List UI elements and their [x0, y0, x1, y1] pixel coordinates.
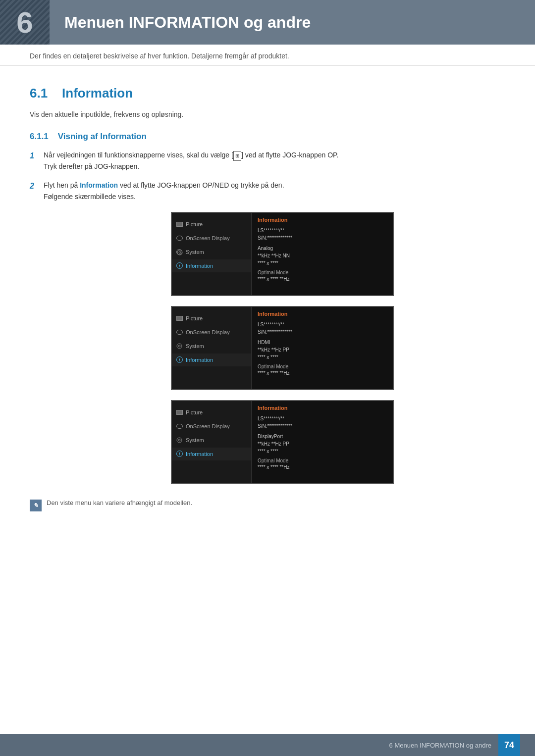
svg-point-3 [178, 345, 180, 347]
section-6-1: 6.1 Information Vis den aktuelle inputki… [30, 86, 505, 511]
svg-point-0 [177, 250, 182, 255]
svg-point-5 [178, 439, 180, 441]
screenshots-area: Picture OnScreen Display [59, 212, 505, 484]
osd-content-title-2: Information [258, 311, 387, 317]
osd-source-section-2: HDMI **kHz **Hz PP **** x **** [258, 339, 387, 361]
osd-item-picture-3[interactable]: Picture [172, 406, 251, 419]
step-1-text: Når vejledningen til funktionsknapperne … [44, 150, 505, 172]
note-box: ✎ Den viste menu kan variere afhængigt a… [30, 499, 505, 511]
note-icon: ✎ [30, 500, 42, 511]
page-header: 6 Menuen INFORMATION og andre [0, 0, 535, 45]
chapter-number-box: 6 [0, 0, 50, 45]
osd-content-3: Information LS********/** S/N:**********… [251, 401, 393, 483]
main-content: 6.1 Information Vis den aktuelle inputki… [0, 66, 535, 541]
picture-icon-1 [176, 221, 183, 228]
osd-item-system-3[interactable]: System [172, 434, 251, 447]
onscreen-icon-2 [176, 329, 183, 336]
subsection-6-1-1-title: 6.1.1 Visning af Information [30, 132, 505, 142]
osd-item-onscreen-1[interactable]: OnScreen Display [172, 232, 251, 245]
osd-item-onscreen-2[interactable]: OnScreen Display [172, 326, 251, 339]
osd-ls-section-2: LS********/** S/N:************* [258, 321, 387, 336]
page-number: 74 [498, 734, 520, 756]
step-2: 2 Flyt hen på Information ved at flytte … [30, 180, 505, 202]
section-6-1-label: Information [62, 86, 133, 101]
svg-point-4 [177, 438, 182, 443]
step-1: 1 Når vejledningen til funktionsknappern… [30, 150, 505, 172]
info-icon-3: i [176, 451, 183, 457]
picture-icon-2 [176, 315, 183, 322]
osd-content-2: Information LS********/** S/N:**********… [251, 307, 393, 389]
osd-screen-3: Picture OnScreen Display [171, 400, 394, 484]
osd-ls-section-1: LS********/** S/N:************* [258, 227, 387, 242]
osd-source-section-3: DisplayPort **kHz **Hz PP **** x **** [258, 433, 387, 455]
osd-item-picture-2[interactable]: Picture [172, 312, 251, 325]
osd-sidebar-1: Picture OnScreen Display [172, 213, 251, 295]
osd-optimal-section-1: Optimal Mode **** x **** **Hz [258, 270, 387, 283]
footer-text: 6 Menuen INFORMATION og andre [389, 742, 491, 749]
section-6-1-number: 6.1 [30, 86, 48, 101]
system-icon-3 [176, 437, 183, 444]
osd-content-1: Information LS********/** S/N:**********… [251, 213, 393, 295]
osd-item-info-2[interactable]: i Information [172, 353, 251, 366]
steps-list: 1 Når vejledningen til funktionsknappern… [30, 150, 505, 202]
step-2-number: 2 [30, 180, 44, 193]
osd-ls-section-3: LS********/** S/N:************* [258, 415, 387, 430]
page-footer: 6 Menuen INFORMATION og andre 74 [0, 734, 535, 756]
step-1-number: 1 [30, 150, 44, 162]
osd-optimal-section-2: Optimal Mode **** x **** **Hz [258, 364, 387, 377]
header-subtitle: Der findes en detaljeret beskrivelse af … [30, 52, 289, 60]
chapter-number: 6 [16, 5, 33, 40]
osd-screen-2: Picture OnScreen Display [171, 306, 394, 390]
information-highlight: Information [80, 181, 118, 189]
onscreen-icon-1 [176, 235, 183, 242]
osd-item-system-2[interactable]: System [172, 340, 251, 353]
osd-source-section-1: Analog **kHz **Hz NN **** x **** [258, 245, 387, 267]
osd-sidebar-2: Picture OnScreen Display [172, 307, 251, 389]
osd-sidebar-3: Picture OnScreen Display [172, 401, 251, 483]
osd-item-onscreen-3[interactable]: OnScreen Display [172, 420, 251, 433]
info-icon-2: i [176, 356, 183, 363]
onscreen-icon-3 [176, 423, 183, 430]
section-6-1-intro: Vis den aktuelle inputkilde, frekvens og… [30, 109, 505, 120]
osd-screen-1: Picture OnScreen Display [171, 212, 394, 296]
info-icon-1: i [176, 262, 183, 269]
system-icon-2 [176, 343, 183, 350]
osd-item-info-1[interactable]: i Information [172, 259, 251, 272]
picture-icon-3 [176, 409, 183, 416]
chapter-title: Menuen INFORMATION og andre [64, 13, 311, 32]
system-icon-1 [176, 249, 183, 255]
osd-optimal-section-3: Optimal Mode **** x **** **Hz [258, 458, 387, 471]
osd-item-info-3[interactable]: i Information [172, 448, 251, 460]
osd-item-system-1[interactable]: System [172, 246, 251, 258]
osd-content-title-1: Information [258, 217, 387, 223]
svg-point-2 [177, 344, 182, 349]
note-text: Den viste menu kan variere afhængigt af … [47, 499, 192, 506]
osd-content-title-3: Information [258, 405, 387, 411]
svg-point-1 [179, 252, 181, 253]
section-6-1-title: 6.1 Information [30, 86, 505, 101]
jog-icon: ⊞ [233, 151, 241, 161]
osd-item-picture-1[interactable]: Picture [172, 218, 251, 231]
step-2-text: Flyt hen på Information ved at flytte JO… [44, 180, 505, 202]
subsection-6-1-1: 6.1.1 Visning af Information 1 Når vejle… [30, 132, 505, 511]
